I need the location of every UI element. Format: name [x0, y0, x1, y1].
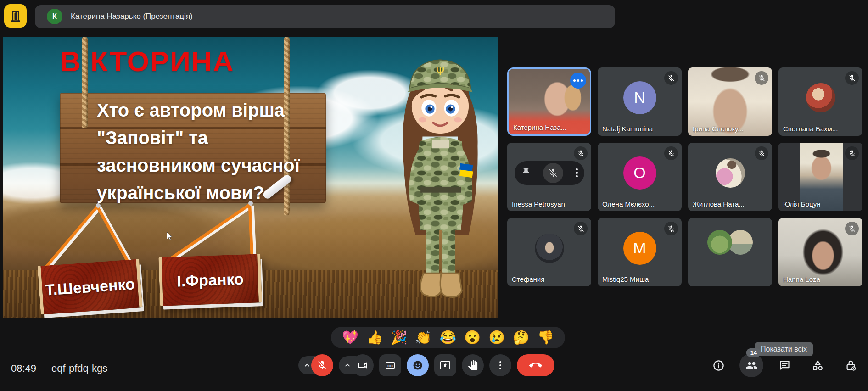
activities-icon — [812, 359, 824, 372]
mic-off-icon — [758, 150, 766, 157]
sign-rope-left — [82, 37, 88, 128]
reaction-party-popper[interactable]: 🎉 — [391, 331, 407, 344]
mute-participant-button[interactable] — [543, 163, 563, 183]
mic-off-icon — [758, 74, 766, 82]
participant-count-badge: 14 — [746, 348, 761, 357]
letter-avatar: M — [623, 232, 656, 265]
reaction-crying[interactable]: 😢 — [488, 331, 505, 344]
participant-tile[interactable]: NNatalj Kamunina — [598, 67, 682, 136]
question-line: Хто є автором вірша — [97, 96, 300, 124]
participant-name: Олена Мєлєхо... — [602, 200, 655, 208]
reaction-sparkling-heart[interactable]: 💖 — [342, 331, 358, 344]
participant-tile[interactable]: Светлана Бахм... — [778, 67, 862, 136]
camera-control — [339, 354, 374, 376]
participant-name: Natalj Kamunina — [602, 125, 653, 133]
captions-button[interactable]: CC — [379, 354, 401, 376]
answer-label: І.Франко — [177, 270, 244, 290]
door-exit-icon — [9, 9, 22, 23]
participant-tile[interactable]: Hanna Loza — [778, 218, 862, 286]
mic-off-icon — [667, 225, 675, 233]
muted-indicator — [845, 146, 859, 160]
show-everyone-button[interactable]: 14 — [739, 353, 763, 377]
muted-indicator — [755, 146, 768, 160]
participant-name: Житлова Ната... — [693, 200, 745, 208]
smiley-icon — [412, 360, 423, 371]
photo-avatar — [716, 158, 745, 188]
camera-toggle-button[interactable] — [352, 354, 374, 376]
chevron-up-icon — [343, 361, 352, 369]
participant-tile[interactable]: MMistiq25 Миша — [598, 218, 682, 286]
mic-off-icon — [317, 360, 328, 371]
info-icon — [712, 359, 725, 372]
overflow-avatars — [688, 230, 772, 255]
meeting-meta: 08:49 eqf-pfdq-kgs — [11, 363, 107, 374]
answer-sign-franko: І.Франко — [158, 254, 262, 306]
participant-tile[interactable]: Ірина Слєпоку... — [688, 67, 772, 136]
mic-off-icon — [848, 150, 856, 157]
mic-off-icon — [667, 74, 675, 82]
participant-tile[interactable]: Катерина Наза... — [507, 67, 591, 136]
muted-indicator — [574, 146, 588, 160]
raise-hand-icon — [467, 360, 478, 371]
mic-off-icon — [848, 74, 856, 82]
participant-name: Стефания — [512, 275, 544, 283]
participant-name: Светлана Бахм... — [783, 125, 838, 133]
videocam-icon — [357, 360, 368, 371]
participant-name: Inessa Petrosyan — [512, 200, 565, 208]
svg-text:CC: CC — [387, 364, 393, 368]
top-bar: К Катерина Назарько (Презентація) — [0, 0, 868, 32]
participants-grid: Катерина Наза...NNatalj KamuninaІрина Сл… — [507, 67, 862, 286]
reactions-button[interactable] — [407, 354, 429, 376]
meeting-code: eqf-pfdq-kgs — [51, 363, 107, 374]
pin-icon — [521, 167, 531, 177]
chat-icon — [778, 359, 791, 372]
meeting-details-button[interactable] — [706, 353, 730, 377]
pin-participant-button[interactable] — [521, 167, 531, 179]
host-controls-button[interactable] — [839, 353, 862, 377]
participant-tile[interactable]: Стефания — [507, 218, 591, 286]
host-lock-icon — [845, 359, 857, 372]
call-end-icon — [529, 359, 542, 372]
reaction-thinking[interactable]: 🤔 — [513, 331, 529, 344]
reaction-thumbs-up[interactable]: 👍 — [366, 331, 383, 344]
tile-menu-button[interactable] — [570, 73, 586, 89]
mic-off-icon — [577, 150, 585, 157]
participant-name: Катерина Наза... — [513, 123, 566, 131]
chevron-up-icon — [303, 361, 311, 369]
participant-tile[interactable] — [688, 218, 772, 286]
present-button[interactable] — [434, 354, 456, 376]
participant-tile[interactable]: Юлія Боцун — [778, 143, 862, 211]
mic-off-icon — [667, 150, 675, 157]
muted-indicator — [755, 71, 768, 85]
mic-mute-button[interactable] — [311, 354, 333, 376]
participant-tile[interactable]: Inessa Petrosyan — [507, 143, 591, 211]
mic-off-icon — [548, 168, 558, 178]
participant-tile[interactable]: Житлова Ната... — [688, 143, 772, 211]
meet-leave-tab-button[interactable] — [4, 4, 27, 28]
present-to-all-icon — [440, 360, 451, 371]
svg-text:Ψ: Ψ — [436, 65, 445, 78]
answer-label: Т.Шевченко — [45, 275, 135, 299]
tile-more-options-button[interactable] — [576, 168, 578, 178]
raise-hand-button[interactable] — [462, 354, 484, 376]
end-call-button[interactable] — [517, 354, 554, 376]
question-line: засновником сучасної — [97, 151, 300, 179]
reaction-joy[interactable]: 😂 — [440, 331, 456, 344]
mic-control — [298, 354, 333, 376]
participant-tile[interactable]: ООлена Мєлєхо... — [598, 143, 682, 211]
photo-avatar — [707, 230, 732, 255]
presented-tab[interactable]: К Катерина Назарько (Презентація) — [35, 5, 615, 28]
activities-button[interactable] — [806, 353, 829, 377]
reaction-thumbs-down[interactable]: 👎 — [538, 331, 554, 344]
cartoon-soldier-girl: Ψ — [379, 43, 498, 318]
muted-indicator — [664, 71, 678, 85]
chat-button[interactable] — [773, 353, 796, 377]
reaction-clapping-hands[interactable]: 👏 — [415, 331, 432, 344]
muted-indicator — [664, 146, 678, 160]
more-vert-icon — [495, 360, 506, 371]
panel-icons: 14 — [706, 353, 862, 377]
letter-avatar: О — [623, 156, 656, 190]
mic-off-icon — [848, 225, 856, 233]
reaction-surprised[interactable]: 😮 — [464, 331, 481, 344]
more-options-button[interactable] — [489, 354, 511, 376]
